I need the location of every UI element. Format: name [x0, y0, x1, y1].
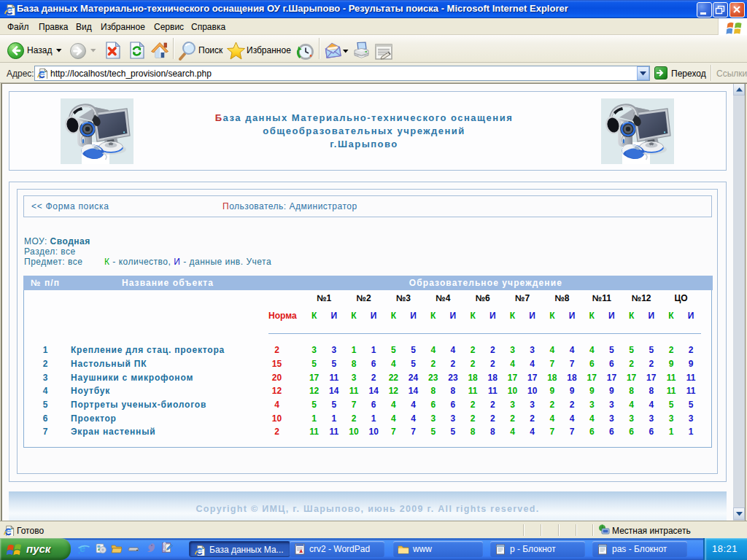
svg-text:e: e — [80, 542, 85, 554]
